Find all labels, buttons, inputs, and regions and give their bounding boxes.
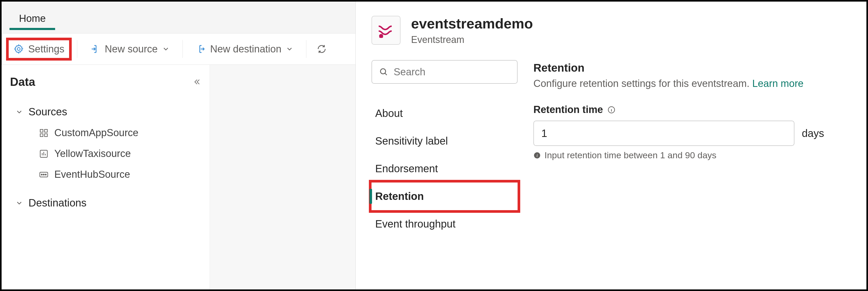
svg-point-11 (380, 69, 386, 74)
pane-subtitle: Eventstream (411, 34, 533, 45)
toolbar: Settings New source New destination (2, 33, 359, 65)
collapse-panel-button[interactable] (192, 77, 201, 86)
nav-about[interactable]: About (372, 100, 518, 127)
svg-rect-2 (44, 129, 48, 132)
nav-retention[interactable]: Retention (372, 182, 518, 210)
svg-rect-4 (44, 134, 48, 137)
settings-pane: eventstreamdemo Eventstream About Sensit… (355, 2, 866, 289)
toolbar-divider (77, 40, 77, 58)
retention-hint: i Input retention time between 1 and 90 … (533, 150, 848, 160)
source-label: YellowTaxisource (54, 148, 131, 159)
data-panel-title: Data (10, 75, 35, 88)
source-label: EventHubSource (54, 169, 130, 180)
tree-section-sources[interactable]: Sources (10, 101, 201, 122)
app-icon (39, 128, 49, 138)
new-destination-label: New destination (210, 43, 281, 55)
svg-text:i: i (536, 153, 538, 158)
search-input[interactable] (394, 66, 519, 78)
new-destination-button[interactable]: New destination (190, 40, 299, 59)
eventstream-icon (372, 16, 401, 45)
svg-point-7 (41, 174, 42, 175)
tree-section-destinations[interactable]: Destinations (10, 192, 201, 214)
info-icon[interactable] (607, 106, 616, 114)
settings-label: Settings (28, 43, 64, 55)
source-item-customappsource[interactable]: CustomAppSource (10, 122, 201, 143)
data-panel: Data Sources CustomAppSource (2, 65, 210, 289)
new-source-button[interactable]: New source (85, 40, 175, 59)
retention-time-label: Retention time (533, 104, 848, 115)
nav-endorsement[interactable]: Endorsement (372, 155, 518, 182)
retention-heading: Retention (533, 62, 848, 74)
nav-sensitivity[interactable]: Sensitivity label (372, 127, 518, 155)
eventhub-icon (39, 170, 49, 179)
source-item-yellowtaxisource[interactable]: YellowTaxisource (10, 143, 201, 164)
source-icon (90, 44, 100, 54)
svg-point-8 (43, 174, 44, 175)
learn-more-link[interactable]: Learn more (752, 78, 803, 89)
svg-rect-3 (40, 134, 43, 137)
pane-content: Retention Configure retention settings f… (533, 55, 866, 289)
new-source-label: New source (105, 43, 158, 55)
retention-description: Configure retention settings for this ev… (533, 78, 848, 89)
destinations-label: Destinations (29, 197, 87, 209)
source-label: CustomAppSource (54, 127, 138, 139)
canvas-area[interactable] (210, 65, 359, 289)
pane-header: eventstreamdemo Eventstream (356, 2, 866, 55)
pane-nav: About Sensitivity label Endorsement Rete… (356, 55, 533, 289)
chevron-down-icon (285, 45, 293, 53)
svg-point-0 (18, 48, 20, 50)
info-icon: i (533, 152, 541, 159)
refresh-button[interactable] (314, 40, 330, 58)
tab-strip: Home (2, 2, 359, 30)
chevron-down-icon (15, 108, 23, 116)
search-box[interactable] (372, 60, 518, 84)
gear-icon (13, 44, 24, 54)
svg-point-9 (45, 174, 46, 175)
source-item-eventhubsource[interactable]: EventHubSource (10, 164, 201, 185)
toolbar-divider (306, 40, 306, 58)
destination-icon (195, 44, 206, 54)
chart-icon (39, 149, 49, 158)
pane-title: eventstreamdemo (411, 15, 533, 32)
refresh-icon (316, 44, 327, 54)
chevron-down-icon (15, 199, 23, 207)
sources-label: Sources (29, 106, 67, 118)
tab-home[interactable]: Home (9, 7, 55, 30)
retention-time-input[interactable] (533, 121, 795, 146)
nav-throughput[interactable]: Event throughput (372, 210, 518, 238)
chevron-down-icon (162, 45, 170, 53)
retention-unit: days (802, 128, 824, 139)
search-icon (379, 67, 389, 77)
settings-button[interactable]: Settings (8, 40, 70, 59)
svg-rect-1 (40, 129, 43, 132)
toolbar-divider (182, 40, 183, 58)
